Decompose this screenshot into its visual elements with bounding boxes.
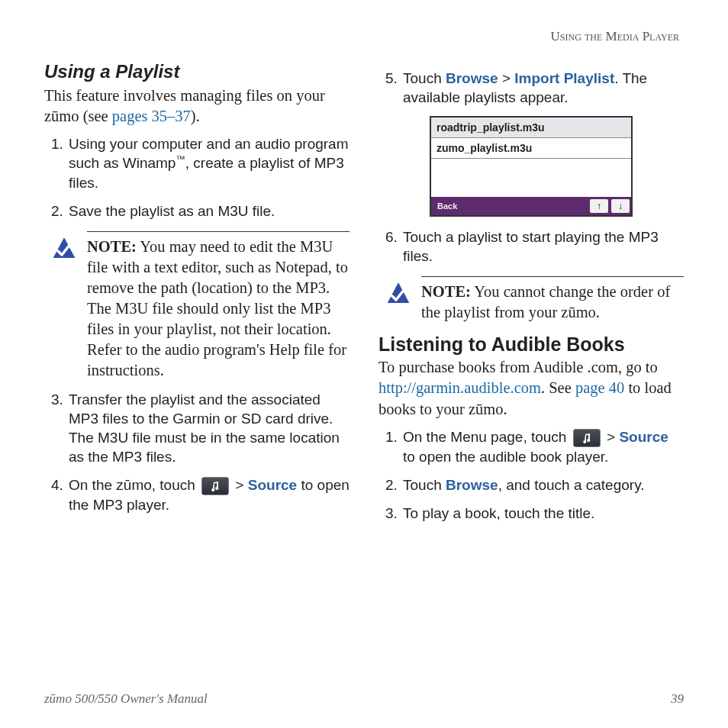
text: . See: [541, 379, 575, 396]
footer-title: zūmo 500/550 Owner's Manual: [44, 691, 208, 707]
running-head: Using the Media Player: [44, 29, 684, 44]
source-label: Source: [619, 429, 668, 445]
browse-label: Browse: [446, 70, 498, 86]
step-5: Touch Browse > Import Playlist. The avai…: [401, 69, 684, 107]
text: Touch: [403, 477, 446, 493]
page-footer: zūmo 500/550 Owner's Manual 39: [44, 691, 684, 707]
note-label: NOTE:: [421, 283, 471, 300]
step-6: Touch a playlist to start playing the MP…: [401, 227, 684, 266]
audible-url-link[interactable]: http://garmin.audible.com: [378, 379, 541, 396]
note-body: NOTE: You cannot change the order of the…: [421, 276, 684, 323]
text: On the Menu page, touch: [403, 429, 571, 445]
gt: >: [498, 70, 515, 86]
playlist-screenshot: roadtrip_playlist.m3u zumo_playlist.m3u …: [430, 116, 633, 217]
text: Touch: [403, 70, 446, 86]
playlist-row[interactable]: roadtrip_playlist.m3u: [431, 118, 631, 138]
down-arrow-icon[interactable]: ↓: [611, 199, 630, 213]
step-3: Transfer the playlist and the associated…: [67, 390, 350, 466]
playlist-row[interactable]: zumo_playlist.m3u: [431, 138, 631, 159]
text: , and touch a category.: [498, 477, 645, 493]
audible-steps: On the Menu page, touch > Source to open…: [378, 427, 684, 523]
playlist-steps-part1: Using your computer and an audio program…: [44, 134, 350, 221]
playlist-footer: Back ↑ ↓: [431, 197, 631, 215]
browse-label: Browse: [446, 477, 498, 493]
import-playlist-label: Import Playlist: [514, 70, 614, 86]
audible-step-2: Touch Browse, and touch a category.: [401, 475, 684, 494]
playlist-steps-part2: Transfer the playlist and the associated…: [44, 390, 350, 514]
audible-step-3: To play a book, touch the title.: [401, 504, 684, 523]
note-playlist-order: NOTE: You cannot change the order of the…: [385, 276, 684, 323]
playlist-intro: This feature involves managing files on …: [44, 85, 350, 127]
up-arrow-icon[interactable]: ↑: [590, 199, 608, 213]
music-icon: [201, 477, 229, 495]
audible-step-1: On the Menu page, touch > Source to open…: [401, 427, 684, 466]
music-icon: [573, 429, 601, 447]
step-2: Save the playlist as an M3U file.: [67, 201, 350, 221]
note-text: You may need to edit the M3U file with a…: [87, 238, 348, 378]
page-number: 39: [671, 691, 684, 707]
right-column: Touch Browse > Import Playlist. The avai…: [378, 61, 684, 532]
manual-page: Using the Media Player Using a Playlist …: [0, 0, 728, 728]
checkmark-icon: [50, 234, 78, 381]
svg-marker-0: [52, 236, 76, 259]
source-label: Source: [248, 477, 297, 493]
text: To purchase books from Audible .com, go …: [378, 359, 658, 375]
pages-link[interactable]: pages 35–37: [112, 108, 191, 124]
svg-marker-1: [386, 281, 411, 304]
audible-intro: To purchase books from Audible .com, go …: [378, 357, 684, 419]
gt: >: [231, 477, 248, 493]
text: ).: [191, 108, 200, 124]
text: On the zūmo, touch: [69, 477, 199, 493]
page-40-link[interactable]: page 40: [575, 379, 624, 396]
back-button[interactable]: Back: [431, 201, 463, 211]
section-title-audible: Listening to Audible Books: [378, 333, 684, 356]
playlist-steps-part3: Touch Browse > Import Playlist. The avai…: [378, 69, 684, 107]
note-label: NOTE:: [87, 238, 137, 255]
trademark: ™: [176, 154, 185, 165]
step-4: On the zūmo, touch > Source to open the …: [67, 475, 350, 514]
note-body: NOTE: You may need to edit the M3U file …: [87, 231, 350, 381]
content-columns: Using a Playlist This feature involves m…: [44, 61, 684, 532]
note-m3u-edit: NOTE: You may need to edit the M3U file …: [50, 231, 350, 381]
gt: >: [603, 429, 620, 445]
playlist-steps-part4: Touch a playlist to start playing the MP…: [378, 227, 684, 266]
section-title-playlist: Using a Playlist: [44, 61, 350, 82]
empty-area: [431, 159, 631, 197]
left-column: Using a Playlist This feature involves m…: [44, 61, 350, 532]
text: to open the audible book player.: [403, 449, 608, 465]
checkmark-icon: [385, 279, 412, 323]
step-1: Using your computer and an audio program…: [67, 134, 350, 192]
